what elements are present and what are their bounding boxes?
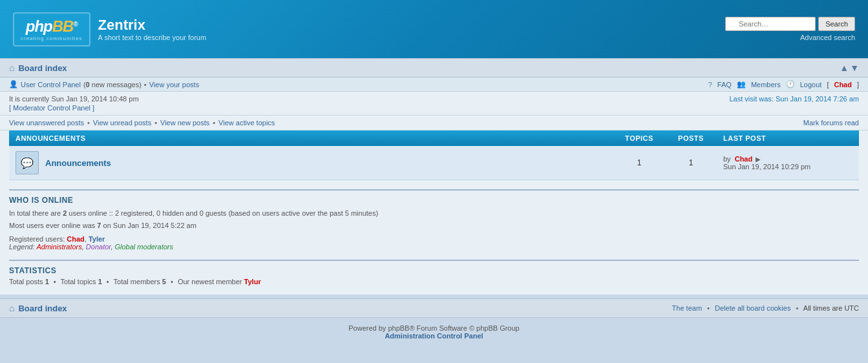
footer-sep2: • xyxy=(796,304,799,312)
total-topics-label: Total topics xyxy=(61,278,96,285)
current-time: It is currently Sun Jan 19, 2014 10:48 p… xyxy=(9,95,139,103)
search-button[interactable]: Search xyxy=(818,17,855,31)
view-posts-link[interactable]: View your posts xyxy=(149,81,199,88)
footer-breadcrumb: ⌂ Board index xyxy=(9,303,67,313)
legend-globalmods-link[interactable]: Global moderators xyxy=(115,243,174,251)
info-left: It is currently Sun Jan 19, 2014 10:48 p… xyxy=(9,95,139,112)
delete-cookies-link[interactable]: Delete all board cookies xyxy=(715,304,790,312)
faq-link[interactable]: FAQ xyxy=(717,81,732,88)
last-post-time: Sun Jan 19, 2014 10:29 pm xyxy=(723,163,810,171)
site-header: phpBB® creating communities Zentrix A sh… xyxy=(0,0,868,58)
search-area: Search Advanced search xyxy=(725,17,855,41)
resize-icons[interactable]: ▲▼ xyxy=(840,63,859,73)
user-left: 👤 User Control Panel (0 new messages) • … xyxy=(9,80,199,88)
view-new-link[interactable]: View new posts xyxy=(160,119,209,127)
total-members-label: Total members xyxy=(114,278,160,285)
online-line1: In total there are 2 users online :: 2 r… xyxy=(9,207,859,220)
footer-links: The team • Delete all board cookies • Al… xyxy=(672,304,859,312)
admin-panel-link[interactable]: Administration Control Panel xyxy=(385,332,483,340)
online-count: 2 xyxy=(63,209,67,217)
user-tyler-link[interactable]: Tyler xyxy=(89,235,105,243)
username-bracket-close: ] xyxy=(857,81,859,88)
who-online-title: WHO IS ONLINE xyxy=(9,189,859,207)
total-members-val: 5 xyxy=(162,278,166,285)
site-name: Zentrix xyxy=(98,17,207,34)
forum-table: ANNOUNCEMENTS TOPICS POSTS LAST POST 💬 A… xyxy=(9,130,859,180)
footer-home-icon: ⌂ xyxy=(9,303,14,313)
legend: Legend: Administrators, Donator, Global … xyxy=(9,243,859,251)
last-visit: Last visit was: Sun Jan 19, 2014 7:26 am xyxy=(729,95,859,103)
search-row: Search xyxy=(725,17,855,31)
clock-icon: 🕐 xyxy=(786,80,795,88)
online-line2: Most users ever online was 7 on Sun Jan … xyxy=(9,220,859,232)
nav-links: View unanswered posts • View unread post… xyxy=(9,119,275,127)
site-description: A short text to describe your forum xyxy=(98,34,207,41)
home-icon: ⌂ xyxy=(9,63,14,73)
ucp-messages: (0 new messages) xyxy=(83,81,142,88)
members-icon: 👥 xyxy=(737,80,746,88)
legend-admins-link[interactable]: Administrators xyxy=(36,243,81,251)
forum-icon: 💬 xyxy=(16,151,39,174)
total-posts-val: 1 xyxy=(45,278,49,285)
user-bar: 👤 User Control Panel (0 new messages) • … xyxy=(0,78,868,92)
footer-board-index-link[interactable]: Board index xyxy=(18,304,67,313)
site-title-area: Zentrix A short text to describe your fo… xyxy=(98,17,207,41)
header-forum: ANNOUNCEMENTS xyxy=(9,130,613,146)
mark-read-link[interactable]: Mark forums read xyxy=(803,119,859,127)
mod-panel-link[interactable]: [ Moderator Control Panel ] xyxy=(9,104,139,112)
user-right: ? FAQ 👥 Members 🕐 Logout [ Chad ] xyxy=(708,80,859,88)
total-posts-label: Total posts xyxy=(9,278,43,285)
separator: • xyxy=(144,81,147,88)
advanced-search-link[interactable]: Advanced search xyxy=(800,34,855,41)
logo-tagline: creating communities xyxy=(21,36,83,41)
ucp-link[interactable]: User Control Panel xyxy=(21,81,81,88)
nav-sep1: • xyxy=(87,119,90,127)
nav-sep2: • xyxy=(154,119,157,127)
resize-up-icon[interactable]: ▲ xyxy=(840,63,849,73)
total-topics-val: 1 xyxy=(98,278,102,285)
the-team-link[interactable]: The team xyxy=(672,304,702,312)
board-index-link[interactable]: Board index xyxy=(18,63,67,73)
resize-down-icon[interactable]: ▼ xyxy=(850,63,859,73)
logout-link[interactable]: Logout xyxy=(800,81,822,88)
forum-name-cell: 💬 Announcements xyxy=(9,146,613,180)
view-active-link[interactable]: View active topics xyxy=(218,119,275,127)
search-input[interactable] xyxy=(725,17,816,31)
stats-sep1: • xyxy=(54,278,56,285)
who-online-section: WHO IS ONLINE In total there are 2 users… xyxy=(0,189,868,260)
nav-sep3: • xyxy=(213,119,215,127)
forum-name-link[interactable]: Announcements xyxy=(45,158,111,168)
forum-last-post: by Chad ▶ Sun Jan 19, 2014 10:29 pm xyxy=(717,146,859,180)
user-chad-link[interactable]: Chad xyxy=(67,235,85,243)
logo-area: phpBB® creating communities Zentrix A sh… xyxy=(13,12,206,47)
breadcrumb-bar: ⌂ Board index ▲▼ xyxy=(0,58,868,78)
username-bracket-open: [ xyxy=(827,81,829,88)
info-bar: It is currently Sun Jan 19, 2014 10:48 p… xyxy=(0,92,868,116)
newest-member-link[interactable]: Tylur xyxy=(244,278,261,285)
forum-table-header-row: ANNOUNCEMENTS TOPICS POSTS LAST POST xyxy=(9,130,859,146)
forum-cell: 💬 Announcements xyxy=(16,151,607,174)
view-unanswered-link[interactable]: View unanswered posts xyxy=(9,119,84,127)
legend-donator-link[interactable]: Donator xyxy=(86,243,111,251)
breadcrumb: ⌂ Board index xyxy=(9,63,67,73)
members-link[interactable]: Members xyxy=(751,81,781,88)
newest-member-label: Our newest member xyxy=(178,278,242,285)
header-lastpost: LAST POST xyxy=(717,130,859,146)
username-link[interactable]: Chad xyxy=(834,81,852,88)
last-post-by-label: by xyxy=(723,155,731,163)
header-posts: POSTS xyxy=(665,130,717,146)
view-unread-link[interactable]: View unread posts xyxy=(93,119,151,127)
nav-bar: View unanswered posts • View unread post… xyxy=(0,116,868,130)
registered-users: Registered users: Chad, Tyler xyxy=(9,235,859,243)
all-times-text: All times are UTC xyxy=(803,304,859,312)
powered-by: Powered by phpBB® Forum Software © phpBB… xyxy=(6,324,862,332)
new-messages-count: 0 xyxy=(86,81,90,88)
last-post-icon: ▶ xyxy=(756,156,761,163)
max-online: 7 xyxy=(97,222,101,229)
last-post-user-link[interactable]: Chad xyxy=(735,155,753,163)
header-topics: TOPICS xyxy=(613,130,665,146)
statistics-section: STATISTICS Total posts 1 • Total topics … xyxy=(0,260,868,295)
forum-posts: 1 xyxy=(665,146,717,180)
bottom-footer: Powered by phpBB® Forum Software © phpBB… xyxy=(0,318,868,346)
table-row: 💬 Announcements 1 1 by Chad ▶ Sun Jan 19… xyxy=(9,146,859,180)
